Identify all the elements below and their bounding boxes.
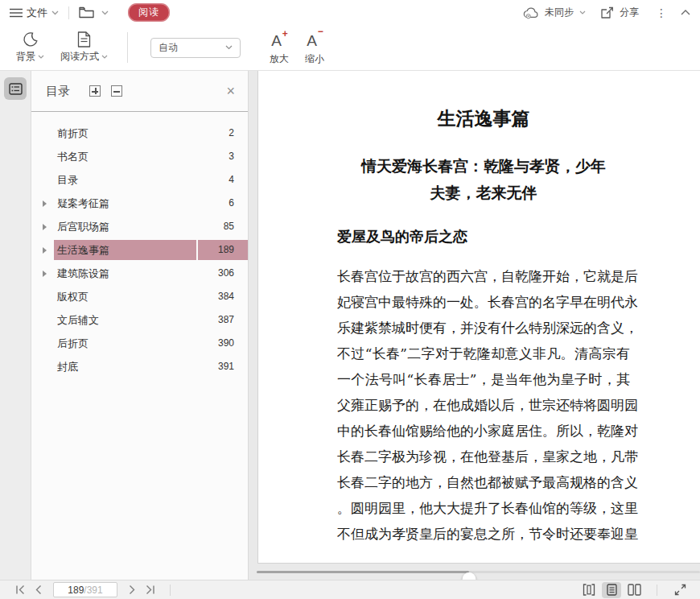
article-title-line: 夫妻，老来无伴 (337, 180, 630, 206)
toc-item-page: 6 (198, 193, 248, 213)
reader-window: 文件 阅读 未同步 (0, 0, 700, 599)
statusbar-divider (170, 585, 171, 596)
toc-list-icon (9, 83, 23, 95)
share-label[interactable]: 分享 (620, 6, 639, 19)
hamburger-menu-icon (10, 8, 23, 18)
background-label: 背景 (16, 50, 35, 64)
sync-status-label[interactable]: 未同步 (545, 6, 574, 19)
toc-item-page: 189 (198, 240, 248, 260)
next-page-button[interactable] (124, 584, 140, 596)
background-button[interactable]: 背景 (8, 30, 52, 65)
toc-panel-title: 目录 (46, 84, 70, 99)
toc-panel-toggle-button[interactable] (4, 77, 27, 100)
toolbar-divider (127, 32, 128, 63)
toolbar-divider (68, 6, 69, 19)
zoom-level-select[interactable]: 自动 (150, 38, 241, 58)
toc-item[interactable]: 书名页3 (31, 145, 248, 168)
toc-item[interactable]: 版权页384 (31, 285, 248, 308)
body-text-line: 。圆明园里，他大大提升了长春仙馆的等级，这里 (337, 495, 630, 521)
body-text-line: 中的长春仙馆赐给他的小家庭居住。所以，乾隆对 (337, 418, 630, 444)
toc-item[interactable]: 生活逸事篇189 (31, 238, 248, 262)
single-page-view-button[interactable] (602, 582, 621, 598)
toc-item-page: 391 (198, 357, 248, 377)
reading-mode-button[interactable]: 阅读方式 (52, 30, 116, 65)
cloud-sync-off-icon (523, 6, 539, 19)
body-text-line: 乐建紫禁城时便有，并没有什么特别深远的含义， (337, 315, 630, 341)
expand-arrow-icon[interactable] (43, 200, 54, 207)
toc-item[interactable]: 建筑陈设篇306 (31, 262, 248, 285)
side-icon-strip (0, 71, 31, 580)
chevron-down-icon (225, 45, 233, 50)
read-mode-badge[interactable]: 阅读 (128, 3, 170, 22)
zoom-in-icon: A+ (271, 29, 287, 49)
toc-item[interactable]: 前折页2 (31, 122, 248, 145)
toolbar-row-tools: 背景 阅读方式 自动 A+ 放大 A− 缩小 (0, 25, 700, 70)
zoom-out-button[interactable]: A− 缩小 (297, 27, 332, 67)
toc-item-label: 后折页 (54, 333, 196, 353)
toc-item-label: 疑案考征篇 (54, 193, 196, 213)
toolbar-row-top: 文件 阅读 未同步 (0, 0, 700, 25)
toc-item-page: 306 (198, 263, 248, 283)
toc-item[interactable]: 文后辅文387 (31, 308, 248, 332)
body-text-line: 一个法号叫“长春居士”，是当年他为皇子时，其 (337, 366, 630, 392)
toc-list: 前折页2书名页3目录4疑案考征篇6后宫职场篇85生活逸事篇189建筑陈设篇306… (31, 112, 248, 378)
toc-item-page: 384 (198, 287, 248, 307)
collapse-all-icon[interactable] (111, 85, 122, 97)
chapter-title: 生活逸事篇 (337, 106, 630, 131)
body-text-line: 长春二字极为珍视，在他登基后，皇家之地，凡带 (337, 444, 630, 469)
moon-icon (23, 31, 39, 48)
document-icon (77, 31, 91, 48)
progress-slider-strip (249, 564, 700, 580)
progress-slider-track[interactable] (257, 571, 700, 573)
folder-icon (79, 6, 94, 19)
section-heading: 爱屋及鸟的帝后之恋 (337, 227, 630, 246)
toc-panel-header: 目录 × (31, 71, 248, 111)
toc-item-label: 建筑陈设篇 (54, 263, 196, 283)
body-text-line: 父雍正赐予的，在他成婚以后，世宗还特将圆明园 (337, 392, 630, 418)
toc-item[interactable]: 疑案考征篇6 (31, 192, 248, 215)
toc-item-label: 生活逸事篇 (54, 240, 196, 260)
toc-item-label: 目录 (54, 170, 196, 190)
toc-item-page: 390 (198, 333, 248, 353)
progress-slider-fill (257, 571, 469, 573)
statusbar-divider (657, 585, 657, 596)
toc-item-label: 书名页 (54, 147, 196, 167)
share-icon (601, 6, 614, 19)
toc-item-label: 文后辅文 (54, 310, 196, 330)
more-options-icon[interactable]: ⋮ (656, 6, 667, 19)
file-menu-button[interactable]: 文件 (10, 6, 59, 20)
open-file-button[interactable] (79, 6, 109, 19)
expand-all-icon[interactable] (89, 85, 101, 97)
fullscreen-button[interactable] (670, 582, 690, 598)
zoom-in-button[interactable]: A+ 放大 (261, 27, 297, 67)
file-menu-label: 文件 (27, 6, 47, 20)
toc-item[interactable]: 后宫职场篇85 (31, 215, 248, 238)
body-text-line: 不但成为孝贤皇后的宴息之所，节令时还要奉迎皇 (337, 521, 630, 547)
toc-item[interactable]: 后折页390 (31, 332, 248, 355)
continuous-view-button[interactable] (579, 582, 599, 598)
toc-item[interactable]: 目录4 (31, 168, 248, 192)
progress-slider-handle[interactable] (463, 572, 476, 580)
collapse-toolbar-icon[interactable] (681, 10, 690, 15)
chevron-down-icon[interactable] (579, 10, 586, 14)
toc-item[interactable]: 封底391 (31, 355, 248, 378)
document-page[interactable]: 生活逸事篇 情天爱海长春宫：乾隆与孝贤，少年夫妻，老来无伴 爱屋及鸟的帝后之恋 … (257, 71, 700, 564)
first-page-button[interactable] (10, 584, 31, 596)
last-page-button[interactable] (140, 584, 160, 596)
toc-item-page: 2 (198, 123, 248, 143)
zoom-in-label: 放大 (270, 52, 289, 66)
expand-arrow-icon[interactable] (43, 224, 54, 230)
close-panel-icon[interactable]: × (226, 84, 235, 98)
expand-arrow-icon[interactable] (43, 271, 54, 277)
toc-item-label: 前折页 (54, 123, 196, 143)
body-text-line: 不过“长春”二字对于乾隆却意义非凡。清高宗有 (337, 341, 630, 366)
previous-page-button[interactable] (31, 584, 47, 596)
expand-arrow-icon[interactable] (43, 247, 54, 254)
two-page-view-button[interactable] (624, 582, 644, 598)
page-number-input[interactable]: 189/391 (53, 582, 117, 597)
body-text-line: 长春二字的地方，自然也都被赋予最高规格的含义 (337, 469, 630, 495)
article-title-line: 情天爱海长春宫：乾隆与孝贤，少年 (337, 153, 630, 180)
chevron-down-icon (101, 55, 108, 59)
chevron-down-icon (38, 55, 44, 59)
chevron-down-icon[interactable] (101, 10, 109, 15)
